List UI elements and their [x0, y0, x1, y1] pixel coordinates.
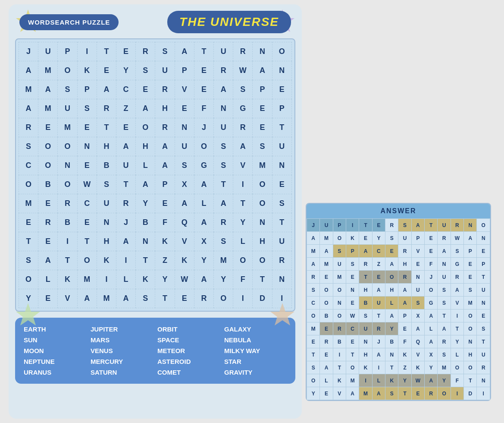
answer-row: AMOKEYSUPERWAN [307, 232, 490, 245]
answer-cell: E [477, 245, 490, 258]
grid-cell: Y [214, 270, 233, 289]
answer-cell: O [477, 219, 490, 232]
answer-row: REMETEORNJURET [307, 271, 490, 284]
grid-cell: R [233, 118, 253, 137]
answer-cell: P [411, 232, 424, 245]
answer-cell: A [320, 361, 333, 374]
answer-cell: E [411, 387, 424, 400]
answer-cell: L [425, 322, 438, 335]
grid-cell: X [175, 175, 194, 194]
grid-cell: N [175, 118, 194, 137]
grid-row: SATOKITZKYMOOR [19, 251, 292, 270]
grid-cell: P [272, 99, 291, 118]
grid-cell: M [214, 251, 233, 270]
answer-cell: T [398, 387, 411, 400]
answer-cell: I [333, 348, 346, 361]
grid-cell: F [194, 99, 213, 118]
answer-cell: K [398, 348, 411, 361]
grid-cell: F [155, 213, 175, 232]
answer-cell: O [385, 271, 398, 284]
answer-cell: N [346, 284, 359, 297]
answer-cell: E [320, 348, 333, 361]
grid-cell: E [253, 118, 272, 137]
grid-cell: B [38, 175, 58, 194]
answer-cell: M [346, 374, 359, 387]
answer-cell: O [307, 309, 320, 322]
answer-cell: A [451, 284, 463, 297]
grid-cell: P [253, 80, 272, 99]
word-item: STAR [224, 357, 287, 366]
word-item: ASTEROID [157, 357, 220, 366]
answer-cell: A [425, 335, 438, 348]
grid-row: CONEBULASGSVMN [19, 156, 292, 175]
answer-cell: H [359, 348, 372, 361]
grid-cell: P [58, 42, 77, 61]
answer-cell: U [438, 219, 451, 232]
answer-cell: E [372, 219, 385, 232]
grid-cell: P [77, 80, 97, 99]
grid-cell: E [253, 99, 272, 118]
grid-cell: Y [136, 194, 155, 213]
answer-cell: U [477, 284, 490, 297]
grid-cell: U [272, 137, 291, 156]
grid-row: OLKMILKYWAYFTN [19, 270, 292, 289]
grid-row: SOONHAHAUOSASU [19, 137, 292, 156]
answer-cell: P [464, 245, 477, 258]
grid-cell: E [19, 213, 38, 232]
grid-cell: O [253, 175, 272, 194]
answer-cell: O [320, 297, 333, 309]
grid-cell: U [214, 42, 233, 61]
grid-cell: E [155, 194, 175, 213]
grid-cell: A [19, 61, 38, 80]
grid-cell: A [175, 42, 194, 61]
answer-cell: H [359, 284, 372, 297]
answer-cell: T [333, 361, 346, 374]
grid-cell: T [58, 251, 77, 270]
grid-cell: U [38, 42, 58, 61]
answer-cell: A [346, 387, 359, 400]
grid-cell: L [136, 156, 155, 175]
answer-row: AMUSRZAHEFNGEP [307, 258, 490, 271]
answer-cell: Y [425, 361, 438, 374]
answer-cell: M [438, 361, 451, 374]
answer-cell: A [425, 374, 438, 387]
answer-cell: W [346, 309, 359, 322]
grid-cell: M [77, 270, 97, 289]
answer-row: CONEBULASGSVMN [307, 297, 490, 309]
grid-cell: H [97, 137, 116, 156]
answer-cell: N [333, 297, 346, 309]
grid-cell: C [19, 156, 38, 175]
grid-cell: R [272, 251, 291, 270]
grid-cell: E [77, 156, 97, 175]
answer-cell: J [372, 335, 385, 348]
grid-cell: E [194, 61, 213, 80]
grid-cell: A [194, 270, 213, 289]
grid-cell: S [136, 61, 155, 80]
answer-cell: A [425, 309, 438, 322]
answer-row: SOONHAHAUOSASU [307, 284, 490, 297]
grid-cell: U [116, 156, 136, 175]
grid-cell: A [136, 99, 155, 118]
grid-cell: G [194, 156, 213, 175]
answer-cell: U [411, 284, 424, 297]
answer-cell: T [307, 348, 320, 361]
answer-cell: O [464, 309, 477, 322]
grid-row: OBOWSTAPXATIOE [19, 175, 292, 194]
answer-cell: E [346, 271, 359, 284]
grid-cell: K [58, 270, 77, 289]
title-badge: THE UNIVERSE [167, 11, 291, 33]
answer-cell: E [385, 245, 398, 258]
answer-cell: P [477, 258, 490, 271]
answer-cell: Y [438, 374, 451, 387]
word-item: URANUS [24, 368, 86, 377]
grid-cell: O [19, 270, 38, 289]
answer-cell: S [385, 387, 398, 400]
answer-cell: J [307, 219, 320, 232]
word-item: SATURN [91, 368, 153, 377]
grid-cell: O [77, 251, 97, 270]
wordsearch-badge: WORDSEARCH PUZZLE [19, 14, 119, 30]
answer-cell: S [307, 361, 320, 374]
answer-cell: A [372, 387, 385, 400]
grid-cell: L [116, 270, 136, 289]
grid-cell: U [58, 99, 77, 118]
